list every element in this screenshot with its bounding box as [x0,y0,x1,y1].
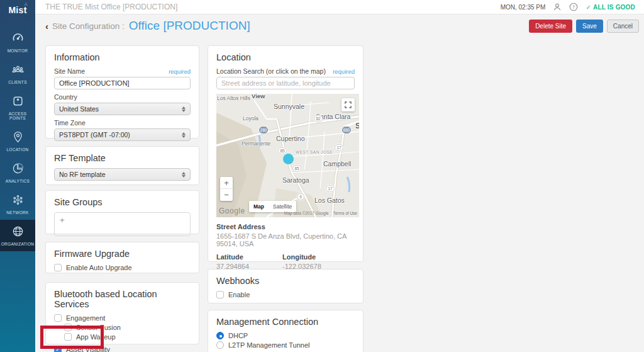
map-label-cupertino: Cupertino [276,135,305,142]
sidebar-item-organization[interactable]: ORGANIZATION [0,220,35,251]
sidebar-item-label: CLIENTS [8,80,27,84]
timezone-label: Time Zone [54,119,86,127]
cancel-button[interactable]: Cancel [607,20,639,33]
information-title: Information [54,52,191,62]
breadcrumb[interactable]: Site Configuration : [52,21,125,31]
i-280-shield: 280 [259,127,268,133]
site-groups-input[interactable]: + [54,212,191,236]
l2tp-radio[interactable] [216,341,224,349]
asset-visibility-checkbox[interactable]: ✓ [54,346,62,352]
sidebar-item-label: ANALYTICS [6,179,30,183]
status-badge[interactable]: ✓ ALL IS GOOD [586,4,635,11]
location-card: Location Location Search (or click on th… [208,45,364,262]
dhcp-label: DHCP [228,332,248,339]
bluetooth-services-title: Bluetooth based Location Services [54,289,191,309]
help-icon[interactable]: ? [569,3,578,11]
latitude-label: Latitude [216,253,282,261]
sidebar-item-clients[interactable]: CLIENTS [0,58,35,89]
map-canvas[interactable]: Los Altos Hills View Sunnyvale Loyola Sa… [216,94,359,217]
sidebar-item-network[interactable]: NETWORK [0,188,35,220]
information-card: Information Site Name required Country U… [45,45,199,139]
select-stepper-icon [182,106,186,112]
map-view-button[interactable]: Map [249,201,269,212]
firmware-upgrade-title: Firmware Upgrade [54,249,191,259]
app-wakeup-checkbox[interactable] [64,333,72,341]
sidebar-item-analytics[interactable]: ANALYTICS [0,157,35,188]
street-address-value: 1655-1687 S De Anza Blvd, Cupertino, CA … [216,232,355,247]
route-17-shield-north: 17 [335,144,343,151]
engagement-checkbox[interactable] [54,314,62,322]
terms-of-use-link[interactable]: Terms of Use [333,211,357,215]
enable-auto-upgrade-label: Enable Auto Upgrade [66,264,132,271]
access-point-icon [12,95,24,110]
map-label-campbell: Campbell [323,160,351,167]
asset-visibility-label: Asset Visibility [66,346,110,352]
webhooks-card: Webhooks Enable [208,269,364,304]
map-label-sunnyvale: Sunnyvale [274,103,304,110]
rf-template-select[interactable]: No RF template [54,168,191,181]
management-connection-title: Management Connection [216,317,355,327]
map-pin-icon [12,131,24,145]
l2tp-label: L2TP Management Tunnel [228,341,309,349]
sidebar-item-label: MONITOR [8,48,28,53]
bluetooth-services-card: Bluetooth based Location Services Engage… [45,282,199,344]
rf-template-card: RF Template No RF template [45,146,199,185]
site-groups-card: Site Groups + [45,190,199,234]
firmware-upgrade-card: Firmware Upgrade Enable Auto Upgrade [45,242,199,273]
zoom-in-button[interactable]: + [220,177,233,189]
sidebar-item-label: NETWORK [6,210,28,215]
sidebar-item-label: ACCESS POINTS [0,111,35,120]
rf-template-value: No RF template [59,171,106,178]
timezone-value: PST8PDT (GMT -07:00) [59,131,130,139]
save-button[interactable]: Save [576,20,603,33]
sidebar-item-monitor[interactable]: MONITOR [0,26,35,58]
app-wakeup-label: App Wakeup [76,333,116,341]
map-label-loyola: Loyola [243,115,258,122]
globe-icon [12,225,24,240]
mist-logo[interactable]: ∴ Mist [8,5,26,26]
network-dots-icon [12,194,24,208]
pie-chart-icon [12,162,24,177]
org-title: THE TRUE Mist Office [PRODUCTION] [45,3,177,11]
required-label: required [169,68,191,75]
people-icon [12,64,24,78]
delete-site-button[interactable]: Delete Site [529,20,572,33]
zoom-out-button[interactable]: − [220,189,233,201]
site-name-input[interactable] [54,77,191,89]
map-label-mountain-view: View [252,94,265,99]
plus-icon[interactable]: + [60,215,65,225]
required-label: required [333,68,355,75]
webhooks-title: Webhooks [216,276,355,286]
check-icon: ✓ [586,4,591,11]
route-82-shield: 82 [314,115,323,122]
map-label-west-san-jose: WEST SAN JOSE [296,150,333,154]
rf-template-title: RF Template [54,153,191,163]
svg-text:?: ? [572,4,575,10]
sensor-fusion-checkbox[interactable] [64,324,72,331]
country-value: United States [59,105,99,113]
fullscreen-icon[interactable] [341,98,355,111]
country-select[interactable]: United States [54,103,191,115]
map-zoom-control[interactable]: + − [220,177,233,201]
map-label-saratoga: Saratoga [282,176,309,184]
sidebar-item-access-points[interactable]: ACCESS POINTS [0,89,35,125]
timezone-select[interactable]: PST8PDT (GMT -07:00) [54,128,191,141]
check-icon: ✓ [55,346,60,352]
sidebar-item-location[interactable]: LOCATION [0,125,35,157]
location-search-input[interactable] [216,77,355,89]
webhooks-enable-label: Enable [228,291,250,298]
google-logo: Google [219,207,245,215]
street-address-label: Street Address [216,223,355,230]
management-connection-card: Management Connection DHCP L2TP Manageme… [208,310,364,352]
status-text: ALL IS GOOD [593,4,635,11]
engagement-label: Engagement [66,314,105,322]
dhcp-radio[interactable] [216,332,224,339]
page-header: ‹ Site Configuration : Office [PRODUCTIO… [35,14,644,37]
site-location-marker[interactable] [283,154,294,164]
map-label-permanente: Permanente [242,140,270,147]
webhooks-enable-checkbox[interactable] [216,291,224,298]
enable-auto-upgrade-checkbox[interactable] [54,264,62,271]
route-85-shield-south: 85 [292,165,301,172]
back-chevron-icon[interactable]: ‹ [45,21,48,31]
user-account-icon[interactable] [553,3,562,11]
